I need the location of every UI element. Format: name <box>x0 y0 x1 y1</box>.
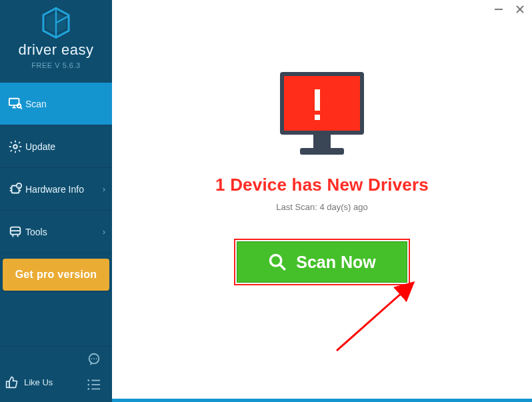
svg-rect-40 <box>300 148 344 155</box>
tools-icon <box>5 225 25 239</box>
svg-point-29 <box>87 388 89 390</box>
sidebar: driver easy FREE V 5.6.3 Scan <box>0 0 112 402</box>
chevron-right-icon: › <box>103 227 105 237</box>
svg-line-43 <box>337 283 413 351</box>
svg-rect-37 <box>315 89 320 111</box>
get-pro-label: Get pro version <box>15 269 97 281</box>
svg-point-23 <box>93 358 95 359</box>
svg-point-27 <box>87 384 89 386</box>
thumbs-up-icon <box>5 375 19 389</box>
list-icon[interactable] <box>87 378 101 391</box>
svg-point-41 <box>271 255 281 266</box>
scan-button-highlight: Scan Now <box>234 239 410 285</box>
gear-icon <box>5 139 25 154</box>
brand: driver easy FREE V 5.6.3 <box>0 0 112 73</box>
sidebar-item-label: Tools <box>25 227 103 237</box>
svg-rect-36 <box>284 76 360 131</box>
logo-icon <box>41 7 71 40</box>
like-us-button[interactable]: Like Us <box>5 375 53 389</box>
sidebar-item-update[interactable]: Update <box>0 125 112 168</box>
scan-panel: 1 Device has New Drivers Last Scan: 4 da… <box>112 71 532 285</box>
window-controls <box>493 4 525 15</box>
svg-rect-38 <box>315 115 320 120</box>
svg-text:i: i <box>19 184 19 188</box>
scan-now-label: Scan Now <box>296 253 375 272</box>
chip-icon: i <box>5 182 25 197</box>
main-pane: 1 Device has New Drivers Last Scan: 4 da… <box>112 0 532 402</box>
like-us-label: Like Us <box>24 377 53 387</box>
last-scan-text: Last Scan: 4 day(s) ago <box>276 202 367 212</box>
svg-point-9 <box>13 145 17 149</box>
sidebar-item-label: Scan <box>25 99 105 109</box>
svg-line-42 <box>280 265 285 270</box>
svg-point-22 <box>91 358 92 359</box>
alert-monitor-icon <box>272 71 372 159</box>
scan-now-button[interactable]: Scan Now <box>237 241 407 283</box>
bottom-accent-bar <box>112 399 532 402</box>
svg-point-24 <box>96 358 97 359</box>
search-icon <box>268 253 287 271</box>
sidebar-item-hardware-info[interactable]: i Hardware Info › <box>0 168 112 211</box>
close-button[interactable] <box>515 4 525 15</box>
monitor-search-icon <box>5 97 25 111</box>
sidebar-footer: Like Us <box>0 346 112 402</box>
svg-point-7 <box>17 104 21 108</box>
sidebar-item-scan[interactable]: Scan <box>0 83 112 125</box>
sidebar-nav: Scan Update i Hardware Inf <box>0 83 112 291</box>
sidebar-item-label: Hardware Info <box>25 184 103 195</box>
svg-rect-39 <box>313 135 331 148</box>
svg-point-25 <box>87 379 89 381</box>
annotation-arrow-icon <box>333 277 433 357</box>
sidebar-item-label: Update <box>25 141 105 152</box>
chat-icon[interactable] <box>87 352 101 367</box>
get-pro-button[interactable]: Get pro version <box>3 259 109 291</box>
brand-version: FREE V 5.6.3 <box>31 61 80 69</box>
svg-line-8 <box>21 107 22 109</box>
sidebar-item-tools[interactable]: Tools › <box>0 211 112 253</box>
minimize-button[interactable] <box>493 4 504 15</box>
svg-rect-31 <box>7 381 9 387</box>
scan-headline: 1 Device has New Drivers <box>215 175 429 195</box>
brand-name: driver easy <box>18 41 93 59</box>
chevron-right-icon: › <box>103 185 105 194</box>
